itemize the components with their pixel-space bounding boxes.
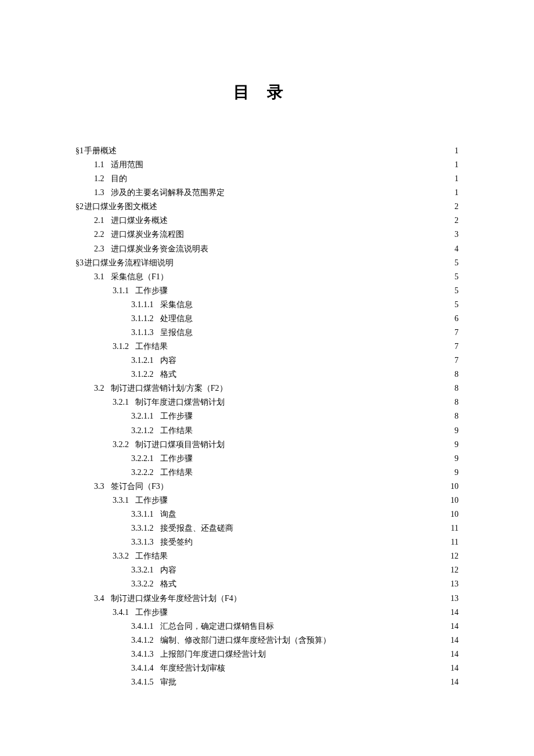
toc-entry-number: 3.4.1.1 (131, 620, 154, 633)
toc-entry: 3.2.2.2工作结果9 (75, 466, 459, 480)
toc-entry-text: 工作步骤 (160, 409, 193, 423)
toc-entry-page: 10 (449, 507, 459, 521)
toc-entry-page: 12 (449, 549, 459, 563)
toc-entry-page: 14 (449, 675, 459, 689)
toc-entry-number: 3.2.1.1 (131, 409, 154, 423)
toc-entry: 2.3进口煤炭业务资金流说明表4 (75, 242, 459, 256)
page-title: 目录 (75, 81, 459, 103)
toc-entry-text: 工作步骤 (135, 606, 168, 620)
toc-entry: 3.4.1.1汇总合同，确定进口煤销售目标14 (75, 620, 459, 633)
toc-entry-text: 工作步骤 (135, 284, 168, 298)
toc-entry-number: 3.4.1.3 (131, 647, 154, 661)
toc-entry-page: 7 (453, 326, 459, 340)
toc-entry-number: 3.4.1.5 (131, 675, 154, 689)
toc-entry-page: 8 (453, 395, 459, 409)
toc-entry-number: 3.2.2.1 (131, 452, 154, 466)
toc-entry-text: 进口煤业务图文概述 (84, 200, 157, 214)
toc-entry-text: 制订进口煤营销计划/方案（F2） (111, 381, 228, 395)
toc-entry-number: 3.3.2 (113, 549, 129, 563)
toc-entry: 3.2.2制订进口煤项目营销计划9 (75, 438, 459, 452)
toc-entry-page: 1 (453, 144, 459, 158)
toc-entry-number: 3.3.1.2 (131, 521, 154, 535)
toc-entry-number: 2.3 (94, 242, 104, 256)
toc-entry-page: 4 (453, 242, 459, 256)
toc-entry-number: 3.3.2.2 (131, 577, 154, 591)
toc-entry-number: 1.2 (94, 172, 104, 186)
toc-entry: 3.1.2工作结果7 (75, 340, 459, 354)
toc-entry-number: 3.3.1.3 (131, 535, 154, 549)
toc-entry-page: 1 (453, 158, 459, 172)
toc-entry-number: 3.3.2.1 (131, 563, 154, 577)
toc-entry-number: 3.3.1 (113, 494, 129, 507)
toc-entry-page: 10 (449, 480, 459, 494)
toc-entry-text: 工作步骤 (135, 494, 168, 507)
toc-entry: §3 进口煤业务流程详细说明5 (75, 256, 459, 270)
toc-entry-page: 14 (449, 620, 459, 633)
toc-entry-number: 3.1.2 (113, 340, 129, 354)
toc-entry-page: 14 (449, 606, 459, 620)
toc-entry-page: 9 (453, 466, 459, 480)
toc-entry-page: 14 (449, 661, 459, 675)
toc-entry-number: 3.3.1.1 (131, 507, 154, 521)
toc-entry-text: 签订合同（F3） (111, 480, 168, 494)
toc-entry-text: 上报部门年度进口煤经营计划 (160, 647, 266, 661)
toc-entry-page: 9 (453, 452, 459, 466)
toc-entry: 3.2.1.1工作步骤8 (75, 409, 459, 423)
toc-entry-text: 进口煤业务概述 (111, 214, 168, 228)
toc-entry: 3.3.2工作结果12 (75, 549, 459, 563)
toc-entry: 3.4.1.4年度经营计划审核14 (75, 661, 459, 675)
toc-entry-page: 8 (453, 409, 459, 423)
toc-entry-text: 工作结果 (135, 549, 168, 563)
toc-entry-number: 3.1.1.2 (131, 312, 154, 326)
toc-entry-number: 3.1.2.1 (131, 354, 154, 368)
toc-entry-text: 进口煤炭业务资金流说明表 (111, 242, 208, 256)
toc-entry-page: 5 (453, 256, 459, 270)
toc-entry: §1 手册概述1 (75, 144, 459, 158)
toc-entry: 3.1.1工作步骤5 (75, 284, 459, 298)
toc-entry-page: 2 (453, 200, 459, 214)
toc-entry: 3.2.1制订年度进口煤营销计划8 (75, 395, 459, 409)
toc-entry: 3.4制订进口煤业务年度经营计划（F4）13 (75, 592, 459, 606)
toc-entry: 3.3签订合同（F3）10 (75, 480, 459, 494)
toc-entry-number: 3.1.1.3 (131, 326, 154, 340)
table-of-contents: §1 手册概述11.1适用范围11.2目的11.3涉及的主要名词解释及范围界定1… (75, 144, 459, 689)
toc-entry-text: 制订进口煤业务年度经营计划（F4） (111, 592, 241, 606)
toc-entry-text: 工作结果 (160, 466, 193, 480)
toc-entry-page: 10 (449, 494, 459, 507)
toc-entry-page: 11 (450, 521, 459, 535)
toc-entry: 3.3.2.2格式13 (75, 577, 459, 591)
toc-entry-page: 9 (453, 438, 459, 452)
toc-entry-text: 进口煤炭业务流程图 (111, 228, 184, 242)
toc-entry-text: 工作结果 (135, 340, 168, 354)
toc-entry: 3.1.2.2格式8 (75, 368, 459, 381)
toc-entry-text: 汇总合同，确定进口煤销售目标 (160, 620, 274, 633)
toc-entry-page: 14 (449, 633, 459, 647)
toc-entry: 3.2.2.1工作步骤9 (75, 452, 459, 466)
toc-entry-number: 3.4.1 (113, 606, 129, 620)
toc-entry-number: 3.1.2.2 (131, 368, 154, 381)
toc-entry-page: 11 (450, 535, 459, 549)
toc-entry-page: 8 (453, 381, 459, 395)
toc-entry-number: 3.4.1.4 (131, 661, 154, 675)
toc-entry-page: 9 (453, 424, 459, 438)
toc-entry-number: 1.3 (94, 186, 104, 200)
toc-entry-page: 5 (453, 270, 459, 284)
toc-entry: 3.3.1.1询盘10 (75, 507, 459, 521)
toc-entry: 1.2目的1 (75, 172, 459, 186)
toc-entry-page: 2 (453, 214, 459, 228)
toc-entry-text: 采集信息（F1） (111, 270, 168, 284)
toc-entry-text: 编制、修改部门进口煤年度经营计划（含预算） (160, 633, 331, 647)
toc-entry-page: 12 (449, 563, 459, 577)
toc-entry: 3.4.1.2编制、修改部门进口煤年度经营计划（含预算）14 (75, 633, 459, 647)
toc-entry-page: 7 (453, 340, 459, 354)
toc-entry-page: 7 (453, 354, 459, 368)
toc-entry-number: 2.1 (94, 214, 104, 228)
toc-entry-text: 询盘 (160, 507, 176, 521)
toc-entry-text: 手册概述 (84, 144, 117, 158)
toc-entry: 3.3.1.2接受报盘、还盘磋商11 (75, 521, 459, 535)
toc-entry-text: 内容 (160, 563, 176, 577)
toc-entry-number: 3.1.1.1 (131, 298, 154, 312)
toc-entry: 3.3.1.3接受签约11 (75, 535, 459, 549)
toc-entry-number: §2 (75, 200, 84, 214)
toc-entry-text: 适用范围 (111, 158, 143, 172)
